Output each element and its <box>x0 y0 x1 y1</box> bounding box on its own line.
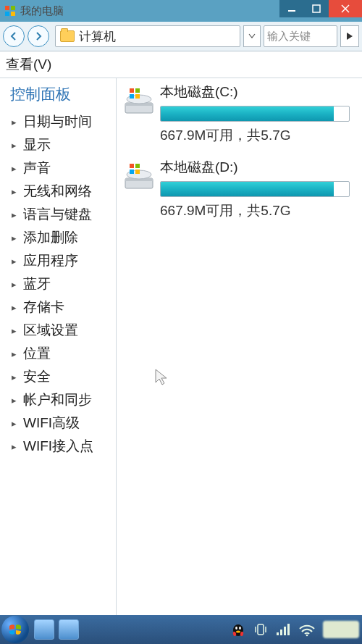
svg-rect-1 <box>11 6 15 10</box>
drive-item[interactable]: 本地磁盘(D:)667.9M可用，共5.7G <box>122 158 355 220</box>
arrow-right-icon <box>33 31 43 41</box>
drive-icon <box>122 85 156 119</box>
sidebar-item-label: 声音 <box>23 159 51 177</box>
caret-icon: ▸ <box>12 395 19 406</box>
sidebar-item-label: 显示 <box>23 135 51 154</box>
address-dropdown[interactable] <box>243 25 261 47</box>
svg-rect-4 <box>288 10 295 12</box>
sidebar-item-label: WIFI高级 <box>23 414 80 432</box>
menu-view[interactable]: 查看(V) <box>6 55 51 74</box>
taskbar-item[interactable] <box>34 619 54 640</box>
taskbar-item[interactable] <box>59 619 79 640</box>
sidebar-item[interactable]: ▸声音 <box>0 156 116 180</box>
sidebar-item[interactable]: ▸位置 <box>0 342 116 365</box>
svg-rect-3 <box>11 12 15 16</box>
sidebar-item[interactable]: ▸安全 <box>0 365 116 388</box>
svg-point-24 <box>235 627 237 630</box>
sidebar-title: 控制面板 <box>0 81 116 110</box>
address-text: 计算机 <box>79 28 116 45</box>
svg-rect-2 <box>5 12 9 16</box>
sidebar-item-label: 位置 <box>23 344 51 363</box>
windows-logo-icon <box>7 622 23 637</box>
system-tray <box>230 621 362 638</box>
window-title: 我的电脑 <box>20 4 64 18</box>
search-input[interactable]: 输入关键 <box>264 25 337 47</box>
drive-free-text: 667.9M可用，共5.7G <box>160 201 355 220</box>
sidebar-item[interactable]: ▸区域设置 <box>0 319 116 342</box>
caret-icon: ▸ <box>12 209 19 220</box>
play-icon <box>346 32 353 41</box>
sidebar-item[interactable]: ▸添加删除 <box>0 226 116 249</box>
menu-bar: 查看(V) <box>0 51 362 78</box>
svg-rect-11 <box>130 88 134 93</box>
address-bar[interactable]: 计算机 <box>55 25 240 47</box>
sidebar-item[interactable]: ▸帐户和同步 <box>0 388 116 411</box>
sidebar-item[interactable]: ▸WIFI高级 <box>0 411 116 435</box>
caret-icon: ▸ <box>12 348 19 359</box>
sidebar-item-label: 区域设置 <box>23 321 78 340</box>
wifi-icon[interactable] <box>298 622 316 637</box>
drive-usage-bar <box>160 181 350 197</box>
svg-rect-0 <box>5 6 9 10</box>
caret-icon: ▸ <box>12 186 19 197</box>
svg-rect-14 <box>135 94 140 99</box>
title-bar: 我的电脑 <box>0 0 362 22</box>
window-controls <box>279 0 362 17</box>
drive-usage-bar <box>160 106 350 122</box>
sidebar-item[interactable]: ▸显示 <box>0 133 116 156</box>
svg-point-25 <box>239 627 241 630</box>
caret-icon: ▸ <box>12 372 19 382</box>
svg-rect-21 <box>135 170 140 174</box>
go-button[interactable] <box>340 25 359 47</box>
start-button[interactable] <box>1 616 29 643</box>
drive-item[interactable]: 本地磁盘(C:)667.9M可用，共5.7G <box>122 83 355 145</box>
signal-icon[interactable] <box>275 622 291 637</box>
sidebar-item-label: 无线和网络 <box>23 182 92 201</box>
sidebar-item[interactable]: ▸无线和网络 <box>0 180 116 203</box>
qq-icon[interactable] <box>230 622 246 637</box>
folder-icon <box>60 30 75 42</box>
sidebar-item[interactable]: ▸存储卡 <box>0 296 116 319</box>
forward-button[interactable] <box>28 25 49 47</box>
sidebar-item[interactable]: ▸蓝牙 <box>0 272 116 296</box>
svg-rect-35 <box>287 624 290 635</box>
svg-rect-5 <box>313 5 320 12</box>
sidebar-item-label: 日期与时间 <box>23 112 92 131</box>
caret-icon: ▸ <box>12 441 19 452</box>
svg-point-36 <box>306 635 308 637</box>
search-placeholder: 输入关键 <box>267 30 311 43</box>
drive-name: 本地磁盘(D:) <box>160 158 355 177</box>
vibrate-icon[interactable] <box>253 622 268 637</box>
sidebar-item[interactable]: ▸语言与键盘 <box>0 203 116 226</box>
caret-icon: ▸ <box>12 233 19 243</box>
sidebar-item-label: 添加删除 <box>23 228 78 247</box>
caret-icon: ▸ <box>12 279 19 290</box>
drive-icon <box>122 161 156 194</box>
close-button[interactable] <box>329 0 362 17</box>
minimize-button[interactable] <box>279 0 304 17</box>
svg-rect-12 <box>135 88 140 93</box>
svg-rect-20 <box>130 170 134 174</box>
svg-rect-33 <box>280 630 282 635</box>
sidebar-item[interactable]: ▸WIFI接入点 <box>0 435 116 458</box>
caret-icon: ▸ <box>12 418 19 429</box>
taskbar <box>0 615 362 644</box>
sidebar-item-label: 语言与键盘 <box>23 205 92 224</box>
back-button[interactable] <box>3 25 25 47</box>
svg-rect-19 <box>135 164 140 168</box>
caret-icon: ▸ <box>12 117 19 127</box>
sidebar: 控制面板 ▸日期与时间▸显示▸声音▸无线和网络▸语言与键盘▸添加删除▸应用程序▸… <box>0 78 117 616</box>
windows-logo-icon <box>4 5 16 17</box>
caret-icon: ▸ <box>12 325 19 336</box>
caret-icon: ▸ <box>12 140 19 151</box>
maximize-button[interactable] <box>304 0 329 17</box>
svg-point-26 <box>236 630 240 632</box>
sidebar-item[interactable]: ▸应用程序 <box>0 249 116 272</box>
drive-free-text: 667.9M可用，共5.7G <box>160 126 355 145</box>
sidebar-item[interactable]: ▸日期与时间 <box>0 110 116 133</box>
svg-rect-32 <box>277 632 279 635</box>
sidebar-item-label: 帐户和同步 <box>23 390 92 409</box>
content-pane: 本地磁盘(C:)667.9M可用，共5.7G本地磁盘(D:)667.9M可用，共… <box>117 78 362 616</box>
tray-clock[interactable] <box>323 621 359 638</box>
sidebar-item-label: 蓝牙 <box>23 275 51 293</box>
